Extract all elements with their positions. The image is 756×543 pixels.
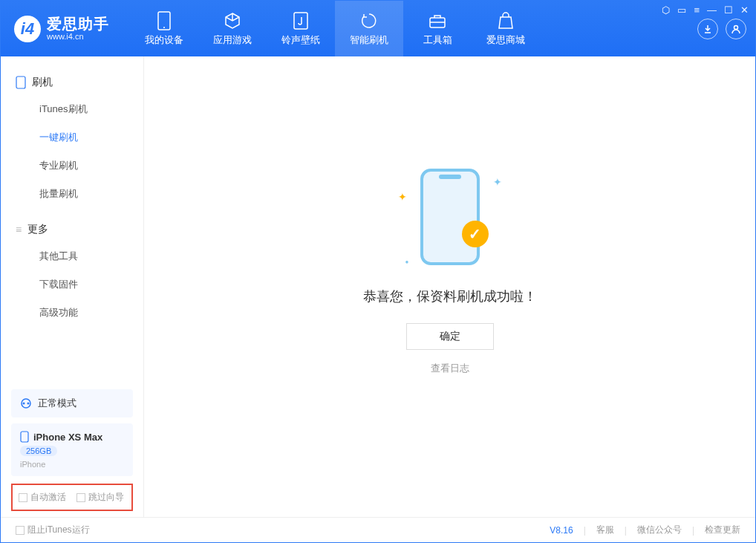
user-button[interactable] [726, 19, 746, 39]
nav-label: 智能刷机 [350, 33, 388, 47]
checkbox-auto-activate[interactable]: 自动激活 [19, 491, 66, 504]
ok-button[interactable]: 确定 [406, 323, 494, 350]
nav-smart-flash[interactable]: 智能刷机 [335, 1, 403, 56]
status-icon [20, 397, 32, 409]
checkbox-block-itunes[interactable]: 阻止iTunes运行 [16, 524, 90, 536]
section-title: 更多 [27, 223, 48, 236]
close-icon[interactable]: ✕ [740, 4, 749, 16]
nav-label: 我的设备 [145, 33, 183, 47]
success-message: 恭喜您，保资料刷机成功啦！ [363, 287, 537, 305]
nav-my-device[interactable]: 我的设备 [130, 1, 198, 56]
sidebar-item-itunes-flash[interactable]: iTunes刷机 [1, 95, 143, 123]
svg-point-1 [163, 27, 165, 28]
nav-label: 工具箱 [423, 33, 452, 47]
phone-illustration [420, 169, 480, 265]
status-box[interactable]: 正常模式 [11, 389, 133, 417]
list-icon[interactable]: ≡ [694, 4, 700, 16]
shop-bag-icon [496, 11, 515, 30]
checkbox-row-highlight: 自动激活 跳过向导 [11, 484, 133, 511]
checkbox-label: 跳过向导 [88, 491, 124, 504]
svg-rect-9 [21, 432, 28, 442]
maximize-icon[interactable]: ☐ [724, 4, 733, 16]
nav-store[interactable]: 爱思商城 [472, 1, 540, 56]
sidebar-section-flash: 刷机 [1, 70, 143, 95]
success-illustration: ✦ ✦ ● ✓ [383, 169, 517, 273]
nav-apps-games[interactable]: 应用游戏 [198, 1, 267, 56]
device-box[interactable]: iPhone XS Max 256GB iPhone [11, 423, 133, 476]
status-text: 正常模式 [38, 397, 76, 410]
sidebar-item-batch-flash[interactable]: 批量刷机 [1, 180, 143, 208]
device-icon [20, 431, 29, 443]
menu-icon[interactable]: ▭ [677, 4, 686, 16]
phone-icon [16, 76, 26, 89]
download-button[interactable] [697, 19, 718, 39]
nav-label: 应用游戏 [213, 33, 252, 47]
music-file-icon [291, 11, 310, 30]
toolbox-icon [428, 11, 447, 30]
check-badge-icon: ✓ [462, 221, 489, 247]
sparkle-icon: ✦ [493, 176, 502, 188]
logo: i4 爱思助手 www.i4.cn [1, 1, 123, 56]
app-url: www.i4.cn [47, 32, 109, 41]
shirt-icon[interactable]: ⬡ [662, 4, 670, 16]
sparkle-icon: ✦ [398, 191, 407, 203]
footer-link-wechat[interactable]: 微信公众号 [637, 524, 682, 536]
footer: 阻止iTunes运行 V8.16 | 客服 | 微信公众号 | 检查更新 [1, 517, 755, 542]
app-title: 爱思助手 [47, 16, 109, 32]
checkbox-skip-guide[interactable]: 跳过向导 [76, 491, 124, 504]
minimize-icon[interactable]: ― [707, 4, 717, 16]
sidebar: 刷机 iTunes刷机 一键刷机 专业刷机 批量刷机 ≡ 更多 其他工具 下载固… [1, 56, 144, 517]
view-log-link[interactable]: 查看日志 [431, 362, 469, 375]
sidebar-item-other-tools[interactable]: 其他工具 [1, 242, 143, 270]
sidebar-item-advanced[interactable]: 高级功能 [1, 299, 143, 327]
device-icon [154, 11, 174, 30]
svg-rect-5 [16, 77, 25, 88]
more-icon: ≡ [16, 224, 22, 235]
version-label: V8.16 [550, 525, 573, 536]
nav-label: 爱思商城 [486, 33, 525, 47]
svg-rect-2 [294, 13, 307, 29]
nav-toolbox[interactable]: 工具箱 [403, 1, 472, 56]
svg-point-7 [23, 403, 25, 405]
top-nav: 我的设备 应用游戏 铃声壁纸 智能刷机 工具箱 爱思商城 [130, 1, 540, 56]
device-name: iPhone XS Max [33, 432, 102, 443]
device-capacity: 256GB [20, 446, 57, 456]
header: i4 爱思助手 www.i4.cn 我的设备 应用游戏 铃声壁纸 智能刷机 工具… [1, 1, 755, 56]
section-title: 刷机 [32, 76, 53, 89]
svg-point-4 [734, 25, 738, 29]
sidebar-item-oneclick-flash[interactable]: 一键刷机 [1, 123, 143, 152]
main-content: ✦ ✦ ● ✓ 恭喜您，保资料刷机成功啦！ 确定 查看日志 [144, 56, 755, 517]
sparkle-icon: ● [405, 259, 409, 265]
device-type: iPhone [20, 460, 124, 469]
footer-link-support[interactable]: 客服 [596, 524, 614, 536]
svg-point-8 [27, 403, 30, 405]
checkbox-label: 自动激活 [30, 491, 66, 504]
window-controls: ⬡ ▭ ≡ ― ☐ ✕ [662, 4, 749, 16]
nav-ringtones[interactable]: 铃声壁纸 [267, 1, 335, 56]
footer-link-update[interactable]: 检查更新 [705, 524, 740, 536]
sidebar-item-pro-flash[interactable]: 专业刷机 [1, 152, 143, 180]
nav-label: 铃声壁纸 [281, 33, 320, 47]
logo-icon: i4 [14, 16, 41, 42]
checkbox-label: 阻止iTunes运行 [27, 524, 90, 536]
cube-icon [223, 11, 242, 30]
refresh-shield-icon [359, 11, 379, 30]
sidebar-item-download-firmware[interactable]: 下载固件 [1, 270, 143, 299]
sidebar-section-more: ≡ 更多 [1, 217, 143, 242]
